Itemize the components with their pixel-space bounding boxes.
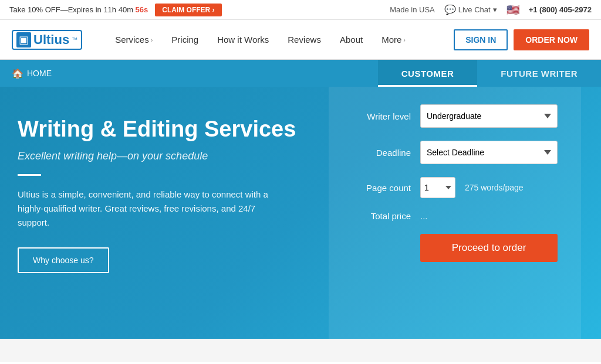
top-bar-right: Made in USA 💬 Live Chat ▾ 🇺🇸 +1 (800) 40… — [390, 4, 592, 16]
live-chat-arrow: ▾ — [493, 5, 497, 14]
tab-future-writer[interactable]: FUTURE WRITER — [477, 60, 601, 87]
total-label: Total price — [352, 211, 411, 221]
chat-icon: 💬 — [444, 4, 456, 15]
deadline-row: Deadline Select Deadline 3 Hours 6 Hours… — [352, 141, 558, 164]
tab-customer-label: CUSTOMER — [401, 69, 454, 79]
nav-label-services: Services — [115, 35, 149, 45]
nav-link-how-it-works[interactable]: How it Works — [208, 20, 278, 60]
breadcrumb: 🏠 HOME — [0, 68, 63, 79]
hero-description: Ultius is a simple, convenient, and reli… — [18, 188, 282, 230]
page-count-label: Page count — [352, 183, 411, 193]
page-count-select[interactable]: 1 2 3 5 10 — [420, 177, 455, 198]
hero-form: Writer level Undergraduate Master's PhD … — [329, 87, 581, 339]
logo[interactable]: ▣ Ultius™ — [12, 30, 82, 50]
flag-icon: 🇺🇸 — [507, 4, 519, 16]
tab-bar: 🏠 HOME CUSTOMER FUTURE WRITER — [0, 60, 601, 87]
promo-time: 11h 40m — [103, 5, 135, 14]
nav-link-about[interactable]: About — [330, 20, 372, 60]
words-per-page: 275 words/page — [465, 183, 524, 192]
made-in-usa: Made in USA — [390, 5, 435, 14]
nav-label-reviews: Reviews — [288, 35, 321, 45]
promo-seconds: 56s — [136, 5, 148, 14]
nav-link-services[interactable]: Services › — [106, 20, 162, 60]
proceed-to-order-button[interactable]: Proceed to order — [420, 234, 558, 262]
tabs: CUSTOMER FUTURE WRITER — [378, 60, 601, 87]
home-label: HOME — [27, 69, 52, 78]
nav-label-more: More — [381, 35, 401, 45]
logo-text: Ultius — [33, 32, 69, 47]
promo-prefix: Take 10% OFF—Expires in — [9, 5, 103, 14]
nav-arrow-services: › — [151, 36, 153, 43]
claim-offer-button[interactable]: CLAIM OFFER › — [155, 4, 221, 16]
tab-future-writer-label: FUTURE WRITER — [501, 69, 578, 79]
promo-text: Take 10% OFF—Expires in 11h 40m 56s — [9, 5, 148, 14]
home-icon: 🏠 — [12, 68, 23, 79]
nav-link-more[interactable]: More › — [372, 20, 415, 60]
top-bar: Take 10% OFF—Expires in 11h 40m 56s CLAI… — [0, 0, 601, 20]
total-value: ... — [420, 211, 428, 221]
writer-level-select[interactable]: Undergraduate Master's PhD High School — [420, 104, 558, 128]
bottom-strip — [0, 339, 601, 362]
nav-links: Services › Pricing How it Works Reviews … — [106, 20, 454, 60]
nav-label-about: About — [340, 35, 363, 45]
nav-actions: SIGN IN ORDER NOW — [454, 29, 589, 50]
logo-tm: ™ — [72, 36, 77, 43]
top-bar-left: Take 10% OFF—Expires in 11h 40m 56s CLAI… — [9, 4, 222, 16]
total-price-row: Total price ... — [352, 211, 558, 221]
hero-divider — [18, 174, 41, 176]
live-chat-label: Live Chat — [458, 5, 491, 14]
nav-link-pricing[interactable]: Pricing — [162, 20, 208, 60]
hero-title: Writing & Editing Services — [18, 116, 311, 143]
nav-label-how-it-works: How it Works — [217, 35, 269, 45]
phone-number: +1 (800) 405-2972 — [529, 5, 592, 14]
page-count-row: Page count 1 2 3 5 10 275 words/page — [352, 177, 558, 198]
deadline-label: Deadline — [352, 148, 411, 158]
live-chat-button[interactable]: 💬 Live Chat ▾ — [444, 4, 497, 15]
sign-in-button[interactable]: SIGN IN — [454, 29, 508, 50]
nav-arrow-more: › — [403, 36, 406, 43]
writer-level-label: Writer level — [352, 111, 411, 121]
hero-subtitle: Excellent writing help—on your schedule — [18, 150, 311, 162]
logo-box: ▣ Ultius™ — [12, 30, 82, 50]
hero-section: Writing & Editing Services Excellent wri… — [0, 87, 601, 339]
logo-icon: ▣ — [16, 32, 31, 47]
tab-customer[interactable]: CUSTOMER — [378, 60, 478, 87]
nav-bar: ▣ Ultius™ Services › Pricing How it Work… — [0, 20, 601, 60]
hero-left: Writing & Editing Services Excellent wri… — [0, 87, 329, 339]
nav-link-reviews[interactable]: Reviews — [278, 20, 330, 60]
nav-label-pricing: Pricing — [171, 35, 198, 45]
writer-level-row: Writer level Undergraduate Master's PhD … — [352, 104, 558, 128]
order-now-button[interactable]: ORDER NOW — [514, 29, 589, 50]
why-choose-us-button[interactable]: Why choose us? — [18, 247, 109, 273]
deadline-select[interactable]: Select Deadline 3 Hours 6 Hours 12 Hours… — [420, 141, 558, 164]
